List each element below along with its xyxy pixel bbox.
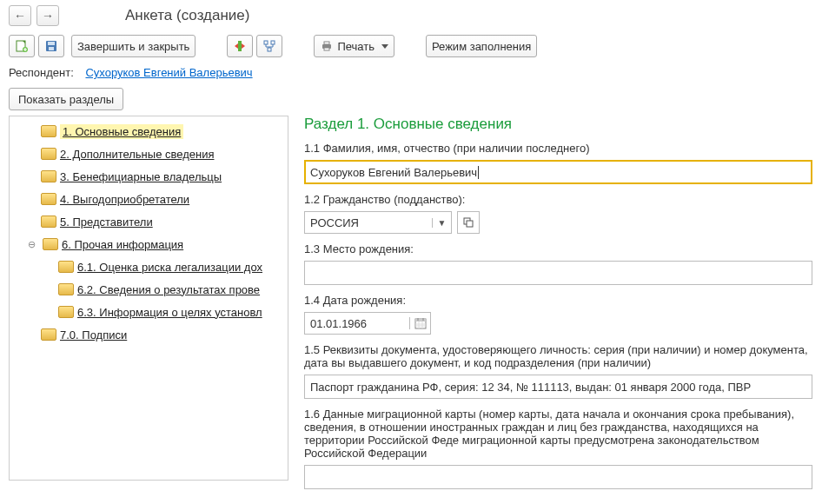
tree-item-5[interactable]: 5. Представители	[10, 210, 288, 233]
input-document[interactable]: Паспорт гражданина РФ, серия: 12 34, № 1…	[304, 375, 812, 399]
folder-icon	[41, 170, 55, 182]
tree-item-label: 4. Выгодоприобретатели	[60, 193, 189, 206]
input-citizenship[interactable]: РОССИЯ ▼	[304, 211, 452, 234]
respondent-label: Респондент:	[9, 66, 74, 79]
tree-item-2[interactable]: 2. Дополнительные сведения	[10, 143, 288, 165]
structure-button[interactable]	[256, 35, 282, 57]
folder-icon	[41, 193, 55, 205]
svg-rect-3	[48, 42, 55, 45]
page-title: Анкета (создание)	[125, 7, 249, 24]
folder-icon	[41, 148, 55, 160]
show-sections-button[interactable]: Показать разделы	[9, 88, 123, 110]
svg-rect-4	[49, 47, 54, 50]
respondent-link[interactable]: Сухоруков Евгений Валерьевич	[85, 66, 252, 79]
folder-icon	[58, 283, 72, 295]
svg-rect-7	[271, 41, 275, 44]
tree-item-label: 6.1. Оценка риска легализации дох	[77, 261, 262, 274]
input-birthplace[interactable]	[304, 261, 812, 285]
save-new-button[interactable]	[9, 35, 35, 57]
fill-mode-button[interactable]: Режим заполнения	[426, 35, 537, 57]
svg-rect-13	[467, 221, 473, 227]
svg-rect-10	[324, 42, 329, 44]
tree-item-label: 6. Прочая информация	[62, 238, 183, 251]
tree-item-7[interactable]: 7.0. Подписи	[10, 323, 288, 346]
form-panel: Раздел 1. Основные сведения 1.1 Фамилия,…	[288, 116, 813, 489]
label-document: 1.5 Реквизиты документа, удостоверяющего…	[304, 343, 813, 369]
folder-icon	[41, 328, 55, 341]
input-migration[interactable]	[304, 465, 812, 489]
input-value: Паспорт гражданина РФ, серия: 12 34, № 1…	[310, 381, 751, 394]
tree-item-label: 5. Представители	[60, 216, 153, 229]
fill-mode-label: Режим заполнения	[432, 40, 531, 53]
tree-item-label: 6.2. Сведения о результатах прове	[77, 283, 260, 296]
dropdown-button[interactable]: ▼	[432, 218, 451, 228]
label-citizenship: 1.2 Гражданство (подданство):	[304, 193, 813, 206]
input-birthdate[interactable]: 01.01.1966	[304, 312, 431, 335]
tree-item-6-3[interactable]: 6.3. Информация о целях установл	[10, 301, 288, 323]
print-label: Печать	[337, 40, 375, 53]
label-birthplace: 1.3 Место рождения:	[304, 242, 813, 255]
input-value: РОССИЯ	[305, 216, 432, 229]
svg-rect-11	[324, 48, 329, 50]
tree-item-label: 1. Основные сведения	[60, 124, 183, 139]
svg-rect-5	[238, 41, 242, 51]
svg-rect-8	[268, 48, 271, 51]
label-migration: 1.6 Данные миграционной карты (номер кар…	[304, 408, 813, 460]
nav-back-button[interactable]: ←	[9, 5, 31, 26]
nav-forward-button[interactable]: →	[36, 5, 59, 26]
save-button[interactable]	[38, 35, 64, 57]
chevron-down-icon	[381, 44, 388, 49]
sections-tree: 1. Основные сведения 2. Дополнительные с…	[9, 116, 288, 481]
label-fullname: 1.1 Фамилия, имя, отчество (при наличии …	[304, 142, 813, 155]
open-external-button[interactable]	[457, 211, 480, 234]
collapse-icon[interactable]: ⊖	[25, 239, 37, 250]
tree-item-3[interactable]: 3. Бенефициарные владельцы	[10, 165, 288, 188]
tree-item-label: 2. Дополнительные сведения	[60, 148, 214, 161]
tree-item-6[interactable]: ⊖ 6. Прочая информация	[10, 233, 288, 255]
tree-item-1[interactable]: 1. Основные сведения	[10, 120, 288, 143]
tree-item-4[interactable]: 4. Выгодоприобретатели	[10, 188, 288, 210]
green-action-button[interactable]	[227, 35, 253, 57]
tree-item-label: 7.0. Подписи	[60, 328, 127, 342]
tree-item-label: 6.3. Информация о целях установл	[77, 306, 262, 319]
svg-rect-15	[415, 319, 426, 322]
calendar-button[interactable]	[409, 317, 430, 329]
tree-item-6-2[interactable]: 6.2. Сведения о результатах прове	[10, 278, 288, 301]
label-birthdate: 1.4 Дата рождения:	[304, 294, 813, 307]
folder-icon	[41, 216, 55, 228]
finish-close-label: Завершить и закрыть	[77, 40, 189, 53]
folder-icon	[58, 261, 72, 273]
input-value: Сухоруков Евгений Валерьевич	[310, 166, 477, 179]
text-cursor	[478, 166, 479, 179]
tree-item-6-1[interactable]: 6.1. Оценка риска легализации дох	[10, 255, 288, 278]
tree-item-label: 3. Бенефициарные владельцы	[60, 170, 222, 183]
print-button[interactable]: Печать	[314, 35, 394, 57]
input-value: 01.01.1966	[305, 317, 409, 330]
folder-icon	[41, 125, 55, 137]
folder-icon	[43, 238, 56, 250]
input-fullname[interactable]: Сухоруков Евгений Валерьевич	[304, 160, 812, 184]
folder-icon	[58, 306, 72, 318]
finish-close-button[interactable]: Завершить и закрыть	[71, 35, 196, 57]
svg-rect-6	[264, 41, 268, 44]
form-section-title: Раздел 1. Основные сведения	[304, 116, 813, 133]
